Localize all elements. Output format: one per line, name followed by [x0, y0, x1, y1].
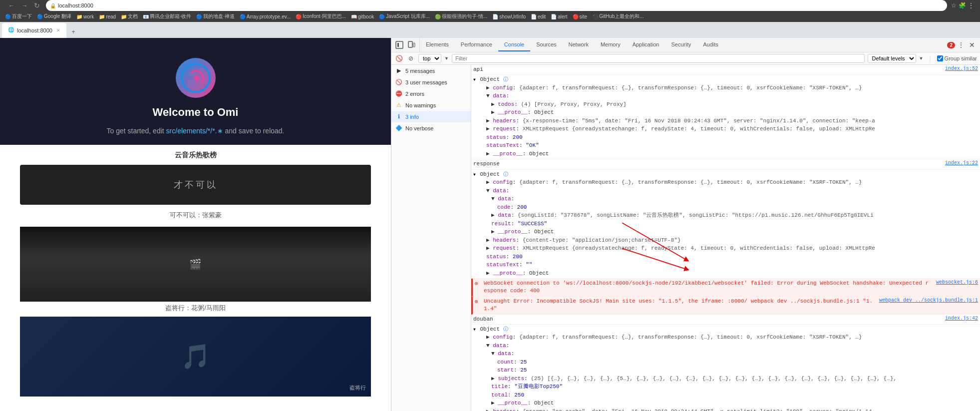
devtools-settings-button[interactable]: ⋮ [956, 40, 966, 50]
response-file[interactable]: index.js:22 [941, 160, 978, 166]
levels-dropdown-icon: ▼ [919, 56, 924, 61]
sidebar-user-messages[interactable]: 🚫 3 user messages [391, 76, 471, 88]
filter-input[interactable] [452, 54, 865, 63]
websocket-file[interactable]: websocket.js:6 [932, 280, 978, 285]
tab-elements[interactable]: Elements [420, 38, 455, 51]
api-label: api [473, 66, 483, 72]
bookmark-quotes[interactable]: 🟢很能很强的句子·情... [433, 12, 489, 20]
douban-object-tree: ▶ config: {adapter: f, transformRequest:… [473, 333, 978, 411]
api-object-info-icon: ⓘ [503, 77, 508, 82]
sidebar-all-messages[interactable]: ▶ 5 messages [391, 65, 471, 76]
api-proto2-row: ▶ __proto__: Object [479, 150, 978, 158]
api-file[interactable]: index.js:52 [941, 66, 978, 71]
sockjs-error-content: Uncaught Error: Incompatible SockJS! Mai… [484, 298, 873, 313]
tab-security[interactable]: Security [665, 38, 697, 51]
tab-close-button[interactable]: ✕ [56, 28, 60, 33]
bookmark-iconfont[interactable]: 🔴Iconfont·阿里巴巴... [294, 12, 348, 20]
api-object-header[interactable]: ▼ Object ⓘ [473, 76, 978, 83]
bookmark-read[interactable]: 📁read [97, 13, 118, 20]
bookmark-docs[interactable]: 📁文档 [119, 12, 140, 20]
console-context-select[interactable]: top [418, 54, 441, 63]
errors-label: 2 errors [405, 91, 424, 97]
console-clear-button[interactable]: 🚫 [394, 54, 403, 63]
douban-object-info-icon: ⓘ [503, 327, 508, 332]
filter-dropdown-icon: ▼ [444, 56, 449, 61]
extension-icon[interactable]: 🧩 [959, 2, 966, 9]
console-entry-api: api index.js:52 [471, 65, 980, 75]
tab-network[interactable]: Network [563, 38, 595, 51]
back-button[interactable]: ← [6, 0, 17, 10]
sockjs-file[interactable]: webpack dev ../sockjs.bundle.js:1 [875, 298, 978, 303]
sockjs-error-text: Uncaught Error: Incompatible SockJS! Mai… [484, 298, 873, 312]
bookmark-google[interactable]: 🔵Google 翻译 [35, 12, 73, 20]
websocket-error-text: WebSocket connection to 'ws://localhost:… [484, 280, 929, 294]
movie-image: 🎬 [20, 227, 371, 302]
response-object-header[interactable]: ▼ Object ⓘ [473, 171, 978, 178]
group-similar-checkbox[interactable] [937, 55, 943, 61]
device-toolbar-button[interactable] [406, 40, 416, 50]
console-main: api index.js:52 ▼ Object ⓘ ▶ config: {ad… [471, 65, 980, 411]
url-bar[interactable]: 🔒 localhost:8000 [46, 0, 947, 11]
tab-performance[interactable]: Performance [455, 38, 498, 51]
sidebar-errors[interactable]: ⛔ 2 errors [391, 88, 471, 99]
user-messages-icon: 🚫 [395, 79, 402, 85]
console-entry-response: response index.js:22 [471, 159, 980, 169]
console-entry-response-content: response [473, 160, 939, 168]
tab-sources[interactable]: Sources [530, 38, 562, 51]
devtools-close-button[interactable]: ✕ [967, 40, 977, 50]
bookmark-showurl[interactable]: 📄showUrlInfo [490, 13, 528, 20]
verbose-icon: 🔷 [395, 125, 402, 131]
tab-memory[interactable]: Memory [595, 38, 627, 51]
edit-link[interactable]: src/elements/*/*.∗ [166, 127, 223, 135]
info-icon: ℹ [395, 113, 402, 120]
active-tab[interactable]: 🌐 localhost:8000 ✕ [2, 23, 66, 38]
error-badge: 2 [947, 42, 955, 48]
douban-object-content: ▼ Object ⓘ ▶ config: {adapter: f, transf… [473, 326, 978, 411]
db-title-row: title: "豆瓣电影Top250" [479, 383, 978, 391]
console-entry-response-object: ▼ Object ⓘ ▶ config: {adapter: f, transf… [471, 170, 980, 279]
song-name: 可不可以：张紫豪 [20, 209, 371, 222]
music-list-section: 云音乐热歌榜 才不可以 可不可以：张紫豪 🎬 [0, 145, 391, 411]
tab-console[interactable]: Console [498, 38, 530, 51]
reload-button[interactable]: ↻ [32, 0, 42, 10]
warnings-label: No warnings [405, 102, 436, 108]
forward-button[interactable]: → [19, 0, 30, 10]
movie-poster: 🎵 盗将行 [20, 317, 371, 397]
bookmark-edit[interactable]: 📄edit [529, 13, 548, 20]
tab-audits[interactable]: Audits [697, 38, 724, 51]
page-header: Welcome to Omi To get started, edit src/… [0, 38, 391, 145]
console-entry-douban: douban index.js:42 [471, 315, 980, 325]
levels-select[interactable]: Default levels [868, 54, 916, 63]
console-filter-icon[interactable]: ⊘ [406, 54, 415, 63]
douban-object-header[interactable]: ▼ Object ⓘ [473, 326, 978, 333]
group-similar-label[interactable]: Group similar [937, 55, 977, 61]
sidebar-verbose[interactable]: 🔷 No verbose [391, 122, 471, 134]
tab-application[interactable]: Application [627, 38, 665, 51]
bookmark-work[interactable]: 📁work [74, 13, 96, 20]
bookmark-github[interactable]: ⚫GitHub上最全的和... [590, 12, 646, 20]
inspect-element-button[interactable] [394, 40, 404, 50]
bookmark-tencent[interactable]: 📧腾讯企业邮箱·收件 [141, 12, 193, 20]
bookmark-alert[interactable]: 📄alert [549, 13, 569, 20]
bookmarks-bar: 🔵百度一下 🔵Google 翻译 📁work 📁read 📁文档 📧腾讯企业邮箱… [0, 11, 980, 22]
sidebar-info[interactable]: ℹ 3 info [391, 111, 471, 122]
movie-poster-icon: 🎵 [181, 343, 211, 371]
bookmark-baidu[interactable]: 🔵百度一下 [3, 12, 34, 20]
menu-icon[interactable]: ⋮ [968, 2, 974, 9]
douban-file[interactable]: index.js:42 [941, 316, 978, 321]
bookmark-my[interactable]: 🔵我的地盘·禅道 [194, 12, 237, 20]
error-icon-1: ⊗ [475, 280, 482, 287]
movie-cover: 🎬 [20, 227, 371, 302]
new-tab-button[interactable]: + [66, 26, 80, 38]
movie-image-icon: 🎬 [189, 258, 202, 270]
api-statustext-row: statusText: "OK" [479, 141, 978, 150]
sidebar-warnings[interactable]: ⚠ No warnings [391, 99, 471, 111]
bookmark-site[interactable]: 🔴site [571, 13, 590, 20]
res-proto-row: ▶ __proto__: Object [479, 228, 978, 236]
bookmark-array[interactable]: 🔵Array.prototype.ev... [238, 13, 293, 20]
star-icon[interactable]: ☆ [951, 2, 957, 9]
bookmark-js[interactable]: 🔵JavaScript 玩库库... [377, 12, 432, 20]
bookmark-gitbook[interactable]: 📖gitbook [349, 13, 376, 20]
svg-rect-3 [408, 41, 412, 47]
devtools-right-icons: 2 ⋮ ✕ [944, 40, 980, 50]
